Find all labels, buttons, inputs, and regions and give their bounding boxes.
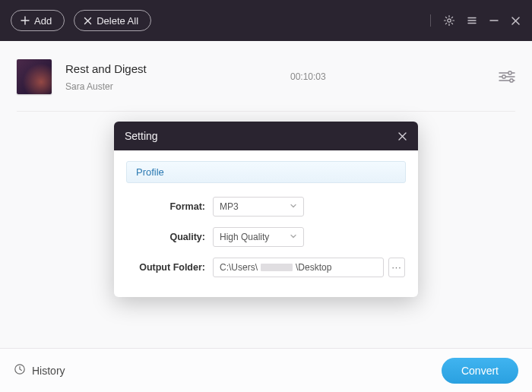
track-title: Rest and Digest <box>65 62 263 75</box>
convert-button[interactable]: Convert <box>442 358 518 384</box>
svg-rect-1 <box>508 71 511 74</box>
equalizer-icon[interactable] <box>499 71 515 83</box>
clock-icon <box>14 363 26 378</box>
chevron-down-icon <box>290 232 297 242</box>
track-info: Rest and Digest Sara Auster <box>65 62 263 92</box>
quality-select[interactable]: High Quality <box>213 227 304 247</box>
redacted-segment <box>261 264 293 271</box>
topbar: Add Delete All <box>0 0 532 41</box>
track-row[interactable]: Rest and Digest Sara Auster 00:10:03 <box>17 55 515 112</box>
topbar-right <box>430 14 521 27</box>
profile-section-header: Profile <box>126 161 406 183</box>
delete-all-button[interactable]: Delete All <box>74 10 151 31</box>
settings-form: Format: MP3 Quality: High Quality <box>126 197 406 277</box>
format-select[interactable]: MP3 <box>213 197 304 217</box>
menu-icon[interactable] <box>466 14 478 27</box>
modal-title: Setting <box>125 130 158 142</box>
more-label: ··· <box>391 262 401 273</box>
delete-all-label: Delete All <box>97 15 138 27</box>
output-folder-label: Output Folder: <box>129 262 205 273</box>
chevron-down-icon <box>290 201 297 212</box>
quality-value: High Quality <box>220 232 269 242</box>
browse-button[interactable]: ··· <box>388 258 405 277</box>
svg-point-0 <box>448 19 451 22</box>
track-thumbnail <box>17 59 52 94</box>
format-label: Format: <box>129 201 205 212</box>
history-button[interactable]: History <box>14 363 65 378</box>
divider <box>430 14 431 27</box>
x-icon <box>84 17 92 25</box>
output-path-prefix: C:\Users\ <box>220 262 258 273</box>
add-button-label: Add <box>34 15 52 27</box>
content-area: Rest and Digest Sara Auster 00:10:03 <box>0 41 532 125</box>
close-icon[interactable] <box>397 131 407 141</box>
svg-rect-3 <box>510 79 513 82</box>
add-button[interactable]: Add <box>11 10 65 31</box>
output-folder-field[interactable]: C:\Users\ \Desktop <box>213 258 384 277</box>
modal-header: Setting <box>114 122 418 150</box>
format-value: MP3 <box>220 201 239 212</box>
history-label: History <box>32 365 65 377</box>
output-path-suffix: \Desktop <box>296 262 331 273</box>
track-artist: Sara Auster <box>65 81 263 92</box>
topbar-left: Add Delete All <box>11 10 151 31</box>
footer: History Convert <box>0 348 532 392</box>
settings-modal: Setting Profile Format: MP3 Quality: Hig… <box>114 122 418 297</box>
gear-icon[interactable] <box>443 14 455 27</box>
plus-icon <box>21 16 30 25</box>
minimize-icon[interactable] <box>489 15 499 26</box>
convert-label: Convert <box>461 365 499 377</box>
close-icon[interactable] <box>510 15 521 27</box>
quality-label: Quality: <box>129 232 205 242</box>
modal-body: Profile Format: MP3 Quality: High Qualit… <box>114 150 418 297</box>
track-duration: 00:10:03 <box>290 71 326 82</box>
svg-rect-2 <box>502 75 505 78</box>
